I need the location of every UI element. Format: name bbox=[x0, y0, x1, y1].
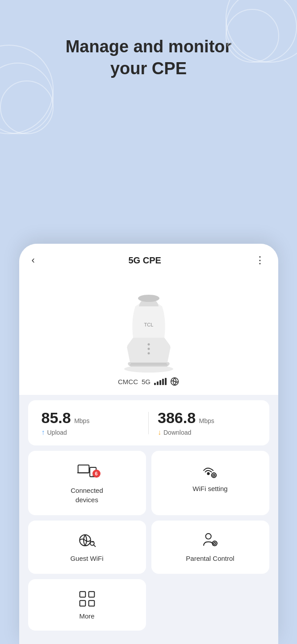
download-unit: Mbps bbox=[199, 417, 214, 424]
parental-control-icon bbox=[201, 531, 220, 549]
download-label: ↓ Download bbox=[158, 428, 256, 436]
svg-rect-29 bbox=[88, 601, 94, 606]
parental-control-label: Parental Control bbox=[186, 554, 234, 563]
more-card[interactable]: More bbox=[28, 579, 146, 631]
back-button[interactable]: ‹ bbox=[32, 254, 35, 266]
phone-frame: ‹ 5G CPE ⋮ TCL bbox=[19, 244, 278, 644]
page-title: 5G CPE bbox=[128, 255, 161, 266]
download-arrow-icon: ↓ bbox=[158, 428, 161, 436]
parental-control-card[interactable]: Parental Control bbox=[151, 521, 269, 574]
guest-wifi-icon bbox=[77, 531, 97, 549]
svg-point-20 bbox=[212, 541, 217, 546]
svg-rect-28 bbox=[79, 601, 85, 606]
bg-decoration-3 bbox=[226, 9, 279, 63]
svg-rect-27 bbox=[88, 592, 94, 597]
download-speed: 386.8 Mbps ↓ Download bbox=[158, 409, 256, 436]
svg-point-11 bbox=[213, 474, 214, 476]
upload-value: 85.8 bbox=[42, 409, 71, 426]
more-row: More bbox=[28, 579, 269, 631]
svg-point-16 bbox=[207, 473, 209, 475]
connected-devices-icon-wrap: 6 bbox=[77, 462, 97, 481]
wifi-settings-icon bbox=[201, 462, 220, 479]
speed-card: 85.8 Mbps ↑ Upload 386.8 Mbps ↓ Download bbox=[28, 400, 269, 445]
download-value: 386.8 bbox=[158, 409, 196, 426]
more-label: More bbox=[79, 612, 94, 620]
svg-rect-7 bbox=[78, 465, 89, 473]
wifi-setting-label: WiFi setting bbox=[192, 484, 227, 493]
upload-arrow-icon: ↑ bbox=[42, 428, 45, 436]
more-icon bbox=[78, 590, 96, 608]
svg-point-4 bbox=[147, 348, 150, 350]
router-image: TCL bbox=[109, 275, 189, 373]
guest-wifi-label: Guest WiFi bbox=[70, 554, 103, 563]
network-type: 5G bbox=[142, 378, 151, 386]
speed-divider bbox=[148, 412, 149, 434]
svg-point-21 bbox=[213, 542, 215, 544]
connected-devices-card[interactable]: 6 Connecteddevices bbox=[28, 451, 146, 515]
upload-unit: Mbps bbox=[74, 417, 89, 424]
signal-info: CMCC 5G bbox=[118, 377, 179, 386]
svg-rect-26 bbox=[79, 592, 85, 597]
signal-bars-icon bbox=[154, 378, 167, 385]
empty-cell bbox=[151, 579, 269, 631]
guest-wifi-card[interactable]: Guest WiFi bbox=[28, 521, 146, 574]
svg-point-3 bbox=[147, 343, 150, 346]
svg-text:TCL: TCL bbox=[144, 322, 153, 327]
wifi-setting-card[interactable]: WiFi setting bbox=[151, 451, 269, 515]
feature-grid: 6 Connecteddevices WiFi setting bbox=[28, 451, 269, 574]
phone-header: ‹ 5G CPE ⋮ bbox=[19, 244, 278, 271]
upload-speed: 85.8 Mbps ↑ Upload bbox=[42, 409, 140, 436]
carrier-label: CMCC bbox=[118, 378, 138, 386]
globe-icon bbox=[170, 377, 179, 386]
upload-label: ↑ Upload bbox=[42, 428, 140, 436]
more-options-button[interactable]: ⋮ bbox=[255, 254, 266, 266]
connected-devices-badge: 6 bbox=[92, 470, 100, 478]
svg-point-1 bbox=[138, 295, 159, 302]
svg-point-10 bbox=[211, 473, 216, 478]
device-area: TCL CMCC 5G bbox=[19, 271, 278, 395]
bg-decoration-6 bbox=[0, 80, 54, 134]
connected-devices-label: Connecteddevices bbox=[71, 486, 103, 504]
svg-point-19 bbox=[205, 534, 211, 539]
svg-point-5 bbox=[147, 352, 150, 355]
